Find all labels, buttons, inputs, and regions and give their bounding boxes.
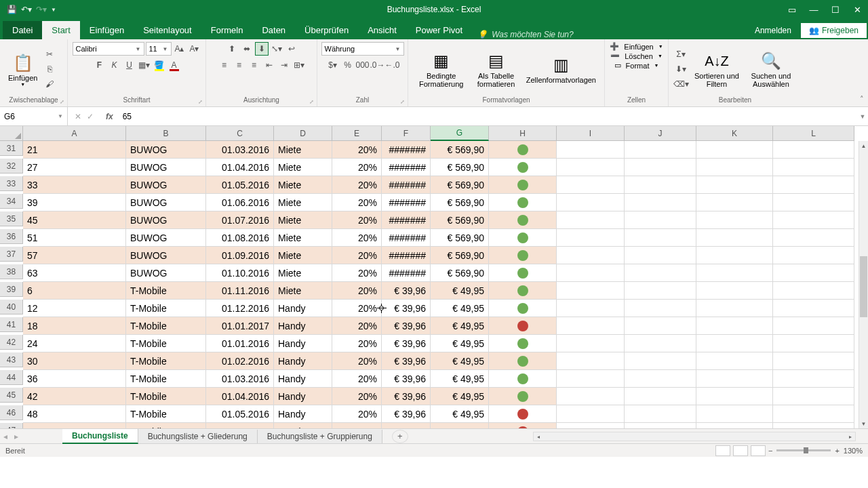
cell-B43[interactable]: T-Mobile bbox=[126, 352, 206, 370]
redo-icon[interactable]: ↷▾ bbox=[36, 5, 47, 14]
cell-B33[interactable]: BUWOG bbox=[126, 176, 206, 194]
tab-insert[interactable]: Einfügen bbox=[80, 21, 134, 39]
font-name-combo[interactable]: Calibri▼ bbox=[73, 42, 144, 56]
cell-G45[interactable]: € 49,95 bbox=[431, 388, 489, 405]
cell-C35[interactable]: 01.07.2016 bbox=[206, 211, 274, 229]
cell-F37[interactable]: ####### bbox=[382, 247, 431, 264]
cell-J31[interactable] bbox=[625, 141, 696, 159]
cell-C37[interactable]: 01.09.2016 bbox=[206, 247, 274, 264]
tab-layout[interactable]: Seitenlayout bbox=[134, 21, 201, 39]
cell-L37[interactable] bbox=[773, 247, 854, 264]
cell-B36[interactable]: BUWOG bbox=[126, 229, 206, 247]
cell-G39[interactable]: € 49,95 bbox=[431, 282, 489, 300]
cell-L40[interactable] bbox=[773, 300, 854, 317]
cell-D35[interactable]: Miete bbox=[274, 211, 332, 229]
cell-G31[interactable]: € 569,90 bbox=[431, 141, 489, 159]
cell-H47[interactable] bbox=[489, 423, 557, 428]
cell-H41[interactable] bbox=[489, 317, 557, 335]
add-sheet-button[interactable]: + bbox=[392, 430, 408, 443]
increase-indent-button[interactable]: ⇥ bbox=[277, 58, 291, 72]
cell-G42[interactable]: € 49,95 bbox=[431, 335, 489, 352]
paste-button[interactable]: 📋 Einfügen ▼ bbox=[5, 51, 40, 88]
cell-H37[interactable] bbox=[489, 247, 557, 264]
cell-G36[interactable]: € 569,90 bbox=[431, 229, 489, 247]
sheet-nav-next-icon[interactable]: ▸ bbox=[11, 432, 22, 441]
cell-J35[interactable] bbox=[625, 211, 696, 229]
cell-H42[interactable] bbox=[489, 335, 557, 352]
cell-E33[interactable]: 20% bbox=[332, 176, 382, 194]
row-header-43[interactable]: 43 bbox=[0, 352, 23, 367]
insert-cells-button[interactable]: Einfügen bbox=[624, 43, 653, 51]
sheet-tab-1[interactable]: Buchungsliste bbox=[62, 429, 138, 444]
cell-C36[interactable]: 01.08.2016 bbox=[206, 229, 274, 247]
number-format-combo[interactable]: Währung▼ bbox=[321, 42, 404, 56]
cell-J43[interactable] bbox=[625, 352, 696, 370]
cell-L43[interactable] bbox=[773, 352, 854, 370]
cell-D45[interactable]: Handy bbox=[274, 388, 332, 405]
cell-styles-button[interactable]: ▥Zellenformatvorlagen bbox=[524, 53, 599, 85]
cell-K46[interactable] bbox=[696, 405, 773, 423]
formula-input[interactable]: 65 bbox=[119, 112, 857, 121]
cell-D34[interactable]: Miete bbox=[274, 194, 332, 211]
fill-color-button[interactable]: 🪣 bbox=[153, 58, 166, 72]
row-header-32[interactable]: 32 bbox=[0, 159, 23, 174]
zoom-out-button[interactable]: − bbox=[768, 447, 772, 455]
signin-link[interactable]: Anmelden bbox=[745, 22, 801, 39]
accounting-button[interactable]: $▾ bbox=[326, 58, 340, 72]
cell-E45[interactable]: 20% bbox=[332, 388, 382, 405]
cell-L46[interactable] bbox=[773, 405, 854, 423]
cell-D33[interactable]: Miete bbox=[274, 176, 332, 194]
cell-F31[interactable]: ####### bbox=[382, 141, 431, 159]
cell-C38[interactable]: 01.10.2016 bbox=[206, 264, 274, 282]
cell-H39[interactable] bbox=[489, 282, 557, 300]
cell-A43[interactable]: 30 bbox=[23, 352, 126, 370]
cell-I41[interactable] bbox=[557, 317, 625, 335]
row-header-44[interactable]: 44 bbox=[0, 370, 23, 385]
cell-I35[interactable] bbox=[557, 211, 625, 229]
cell-A44[interactable]: 36 bbox=[23, 370, 126, 388]
sheet-tab-3[interactable]: Buchungsliste + Gruppierung bbox=[258, 430, 382, 443]
sort-filter-button[interactable]: A↓ZSortieren und Filtern bbox=[690, 49, 743, 89]
cell-J44[interactable] bbox=[625, 370, 696, 388]
launcher-icon[interactable]: ⤢ bbox=[309, 99, 314, 105]
cell-D31[interactable]: Miete bbox=[274, 141, 332, 159]
tab-review[interactable]: Überprüfen bbox=[295, 21, 358, 39]
cell-E31[interactable]: 20% bbox=[332, 141, 382, 159]
cell-L41[interactable] bbox=[773, 317, 854, 335]
cell-I38[interactable] bbox=[557, 264, 625, 282]
cell-G32[interactable]: € 569,90 bbox=[431, 159, 489, 176]
expand-formula-icon[interactable]: ▼ bbox=[857, 113, 868, 120]
cell-F47[interactable]: € 39,96 bbox=[382, 423, 431, 428]
cell-H45[interactable] bbox=[489, 388, 557, 405]
cell-I39[interactable] bbox=[557, 282, 625, 300]
delete-cells-button[interactable]: Löschen bbox=[625, 52, 653, 60]
cell-D41[interactable]: Handy bbox=[274, 317, 332, 335]
fx-icon[interactable]: fx bbox=[100, 112, 119, 121]
cell-C41[interactable]: 01.01.2017 bbox=[206, 317, 274, 335]
cell-K41[interactable] bbox=[696, 317, 773, 335]
column-header-K[interactable]: K bbox=[696, 126, 773, 141]
cell-C34[interactable]: 01.06.2016 bbox=[206, 194, 274, 211]
cell-F46[interactable]: € 39,96 bbox=[382, 405, 431, 423]
align-right-button[interactable]: ≡ bbox=[248, 58, 261, 72]
align-left-button[interactable]: ≡ bbox=[218, 58, 231, 72]
tab-formulas[interactable]: Formeln bbox=[201, 21, 253, 39]
cell-E42[interactable]: 20% bbox=[332, 335, 382, 352]
cell-I46[interactable] bbox=[557, 405, 625, 423]
cell-B32[interactable]: BUWOG bbox=[126, 159, 206, 176]
cell-K45[interactable] bbox=[696, 388, 773, 405]
cell-D37[interactable]: Miete bbox=[274, 247, 332, 264]
column-header-E[interactable]: E bbox=[332, 126, 382, 141]
row-header-40[interactable]: 40 bbox=[0, 300, 23, 314]
scroll-up-icon[interactable]: ▲ bbox=[859, 141, 868, 150]
cell-C39[interactable]: 01.11.2016 bbox=[206, 282, 274, 300]
cell-A35[interactable]: 45 bbox=[23, 211, 126, 229]
cell-K40[interactable] bbox=[696, 300, 773, 317]
cell-G37[interactable]: € 569,90 bbox=[431, 247, 489, 264]
column-header-B[interactable]: B bbox=[126, 126, 206, 141]
cell-J37[interactable] bbox=[625, 247, 696, 264]
cell-K33[interactable] bbox=[696, 176, 773, 194]
cell-H35[interactable] bbox=[489, 211, 557, 229]
cell-H31[interactable] bbox=[489, 141, 557, 159]
cell-G43[interactable]: € 49,95 bbox=[431, 352, 489, 370]
